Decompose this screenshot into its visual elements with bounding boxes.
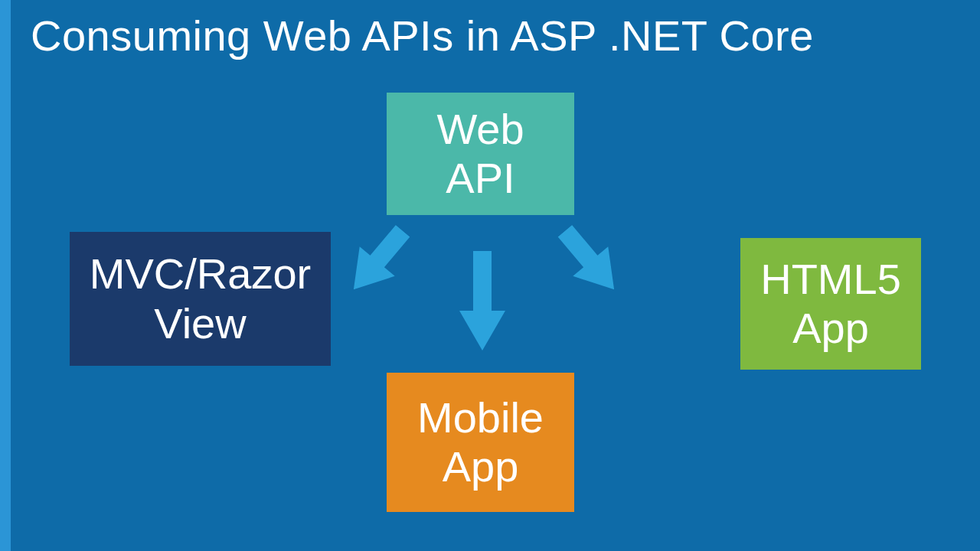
box-mvc-razor: MVC/Razor View [70,232,331,366]
box-html5-line1: HTML5 [760,255,901,304]
box-mvc-line2: View [154,299,246,348]
box-web-api-line1: Web [436,105,524,154]
accent-stripe [0,0,11,551]
arrow-to-mobile-icon [448,251,517,350]
slide-title: Consuming Web APIs in ASP .NET Core [31,11,814,60]
box-web-api: Web API [387,93,574,215]
box-mobile-line1: Mobile [417,393,544,442]
box-mobile-line2: App [443,442,519,491]
box-mobile-app: Mobile App [387,373,574,512]
arrow-to-html5-icon [536,207,644,315]
box-web-api-line2: API [446,154,514,203]
box-html5-app: HTML5 App [740,238,921,370]
arrow-to-mvc-icon [325,207,433,315]
box-html5-line2: App [792,304,869,353]
box-mvc-line1: MVC/Razor [90,249,311,298]
